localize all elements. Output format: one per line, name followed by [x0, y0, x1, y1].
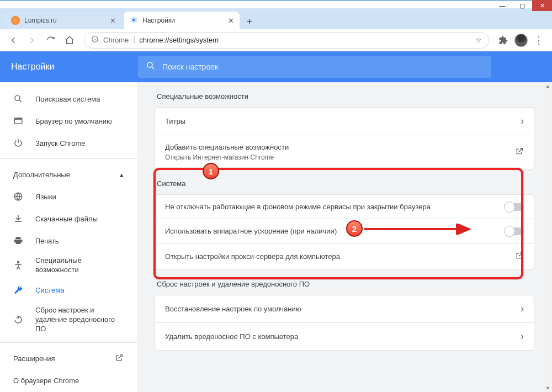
- menu-button[interactable]: ⋮: [531, 33, 546, 48]
- row-label: Открыть настройки прокси-сервера для ком…: [165, 252, 340, 261]
- tab-close-icon[interactable]: ✕: [228, 17, 234, 25]
- search-settings[interactable]: [138, 56, 491, 78]
- back-button[interactable]: [6, 33, 21, 48]
- home-button[interactable]: [62, 33, 77, 48]
- open-external-icon: [115, 353, 124, 364]
- sidebar-item-search-engine[interactable]: Поисковая система: [0, 88, 137, 110]
- scrollbar-up[interactable]: ▲: [544, 82, 551, 90]
- row-label: Добавить специальные возможности: [165, 143, 289, 151]
- tab-close-icon[interactable]: ✕: [110, 17, 116, 25]
- captions-row[interactable]: Титры ›: [155, 108, 534, 135]
- settings-content: Специальные возможности Титры › Добавить…: [137, 82, 552, 392]
- extensions-button[interactable]: [496, 33, 511, 48]
- sidebar-item-accessibility[interactable]: Специальные возможности: [0, 252, 137, 279]
- open-external-icon: [515, 251, 524, 262]
- divider: [0, 342, 137, 343]
- row-label: Не отключать работающие в фоновом режиме…: [165, 203, 431, 211]
- svg-point-3: [15, 96, 20, 100]
- hardware-accel-row: Использовать аппаратное ускорение (при н…: [155, 219, 534, 243]
- chevron-right-icon: ›: [521, 303, 524, 315]
- reset-card: Восстановление настроек по умолчанию › У…: [155, 295, 534, 351]
- system-card: Не отключать работающие в фоновом режиме…: [155, 194, 534, 270]
- sidebar-item-label: Система: [35, 286, 64, 294]
- accessibility-icon: [13, 261, 23, 271]
- background-apps-toggle[interactable]: [505, 203, 524, 211]
- divider: [0, 158, 137, 159]
- browser-window: ― ▢ ✕ Lumpics.ru ✕ Настройки ✕ + Chrome …: [0, 0, 552, 392]
- forward-button[interactable]: [24, 33, 40, 48]
- browser-icon: [13, 116, 23, 126]
- chevron-right-icon: ›: [521, 331, 524, 342]
- sidebar-item-print[interactable]: Печать: [0, 230, 137, 252]
- new-tab-button[interactable]: +: [242, 14, 257, 29]
- scrollbar-track[interactable]: [544, 90, 551, 384]
- minimize-button[interactable]: ―: [492, 0, 512, 11]
- maximize-button[interactable]: ▢: [512, 0, 532, 11]
- svg-rect-5: [14, 118, 22, 120]
- row-label: Восстановление настроек по умолчанию: [165, 305, 301, 313]
- search-icon: [146, 61, 156, 73]
- tab-favicon: [11, 16, 20, 25]
- tab-favicon: [129, 15, 138, 26]
- open-external-icon: [515, 147, 524, 157]
- sidebar-item-startup[interactable]: Запуск Chrome: [0, 132, 137, 154]
- tab-settings[interactable]: Настройки ✕: [124, 12, 240, 29]
- tab-lumpics[interactable]: Lumpics.ru ✕: [6, 12, 121, 29]
- reset-icon: [13, 315, 23, 325]
- restore-defaults-row[interactable]: Восстановление настроек по умолчанию ›: [155, 295, 534, 322]
- sidebar-item-label: Печать: [35, 237, 59, 245]
- search-input[interactable]: [162, 62, 484, 71]
- svg-point-7: [18, 261, 19, 263]
- sidebar-item-label: Браузер по умолчанию: [35, 117, 112, 125]
- sidebar-item-label: Скачанные файлы: [35, 215, 98, 223]
- sidebar-item-about[interactable]: О браузере Chrome: [0, 369, 137, 391]
- tab-title: Настройки: [142, 17, 175, 24]
- power-icon: [13, 138, 23, 148]
- chevron-right-icon: ›: [521, 115, 524, 127]
- hardware-accel-toggle[interactable]: [505, 227, 524, 235]
- remove-malware-row[interactable]: Удалить вредоносное ПО с компьютера ›: [155, 322, 534, 350]
- search-icon: [13, 94, 23, 104]
- reload-button[interactable]: [43, 33, 59, 48]
- url-scheme-label: Chrome: [103, 36, 135, 44]
- sidebar-item-label: Запуск Chrome: [35, 139, 86, 147]
- sidebar-item-system[interactable]: Система: [0, 279, 137, 301]
- sidebar-item-extensions[interactable]: Расширения: [0, 347, 137, 369]
- svg-point-2: [147, 62, 152, 67]
- sidebar-item-label: Специальные возможности: [35, 256, 124, 275]
- proxy-settings-row[interactable]: Открыть настройки прокси-сервера для ком…: [155, 243, 534, 269]
- globe-icon: [13, 192, 23, 202]
- section-title-reset: Сброс настроек и удаление вредоносного П…: [155, 270, 534, 295]
- wrench-icon: [13, 285, 23, 295]
- site-info-icon[interactable]: [91, 35, 99, 45]
- add-accessibility-row[interactable]: Добавить специальные возможности Открыть…: [155, 135, 534, 169]
- profile-avatar[interactable]: [514, 34, 528, 47]
- sidebar-item-label: О браузере Chrome: [13, 377, 79, 385]
- download-icon: [13, 214, 23, 224]
- chevron-up-icon: ▴: [120, 171, 124, 179]
- page-title: Настройки: [11, 62, 121, 72]
- close-button[interactable]: ✕: [532, 0, 552, 11]
- row-label: Использовать аппаратное ускорение (при н…: [165, 227, 337, 235]
- bookmark-star-icon[interactable]: ☆: [475, 36, 482, 44]
- sidebar-item-default-browser[interactable]: Браузер по умолчанию: [0, 110, 137, 132]
- section-title-accessibility: Специальные возможности: [155, 82, 534, 107]
- window-buttons: ― ▢ ✕: [492, 1, 552, 8]
- window-titlebar: ― ▢ ✕: [0, 0, 552, 8]
- row-label: Удалить вредоносное ПО с компьютера: [165, 332, 298, 341]
- sidebar-item-reset[interactable]: Сброс настроек и удаление вредоносного П…: [0, 301, 137, 338]
- section-title-system: Система: [155, 169, 534, 194]
- tab-title: Lumpics.ru: [24, 17, 57, 24]
- settings-header: Настройки: [0, 51, 552, 82]
- sidebar-item-label: Языки: [35, 193, 56, 201]
- address-bar[interactable]: Chrome chrome://settings/system ☆: [84, 32, 489, 49]
- tab-strip: Lumpics.ru ✕ Настройки ✕ +: [0, 8, 552, 29]
- url-text: chrome://settings/system: [139, 36, 219, 44]
- row-sublabel: Открыть Интернет-магазин Chrome: [165, 153, 289, 161]
- sidebar-advanced-toggle[interactable]: Дополнительные ▴: [0, 163, 137, 186]
- sidebar-item-downloads[interactable]: Скачанные файлы: [0, 208, 137, 230]
- browser-toolbar: Chrome chrome://settings/system ☆ ⋮: [0, 29, 552, 51]
- row-label: Титры: [165, 117, 185, 125]
- scrollbar-down[interactable]: ▼: [544, 384, 551, 392]
- sidebar-item-languages[interactable]: Языки: [0, 186, 137, 208]
